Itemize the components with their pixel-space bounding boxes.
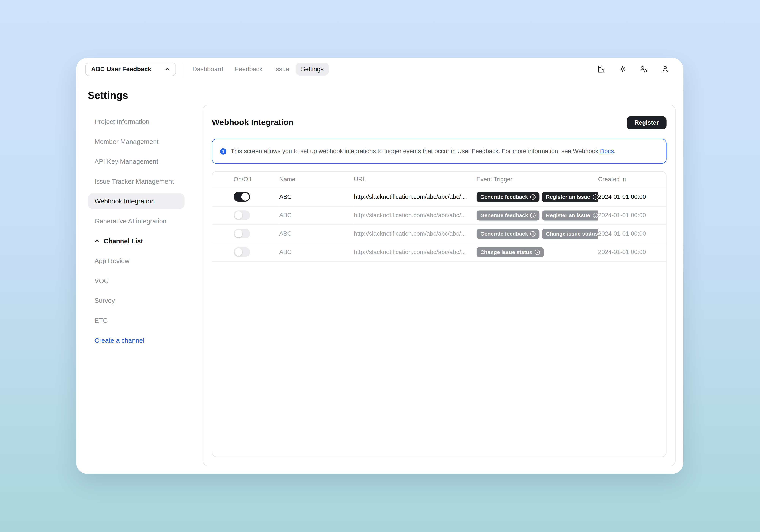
event-trigger-badge-label: Generate feedback (480, 231, 528, 237)
tab-issue[interactable]: Issue (269, 63, 294, 75)
sidebar-item-project-information[interactable]: Project Information (88, 114, 185, 129)
webhook-row: ABChttp://slacknotification.com/abc/abc/… (212, 243, 666, 261)
nav-tabs: DashboardFeedbackIssueSettings (188, 63, 328, 75)
event-trigger-badge-label: Generate feedback (480, 194, 528, 200)
tab-settings[interactable]: Settings (296, 63, 328, 75)
create-channel-link[interactable]: Create a channel (88, 332, 185, 348)
webhook-enabled-toggle[interactable] (234, 229, 250, 238)
toggle-knob (235, 248, 242, 256)
header-icon-group (597, 65, 674, 73)
created-cell: 2024-01-01 00:00 (598, 224, 666, 243)
created-cell: 2024-01-01 00:00 (598, 206, 666, 224)
sidebar-item-issue-tracker-management[interactable]: Issue Tracker Management (88, 173, 185, 189)
event-trigger-badge: Generate feedbacki (477, 192, 540, 202)
column-header-created[interactable]: Created↑↓ (598, 171, 666, 187)
sidebar-item-app-review[interactable]: App Review (88, 253, 185, 269)
column-header-event-trigger: Event Trigger (477, 171, 598, 187)
info-banner-text: This screen allows you to set up webhook… (231, 148, 615, 155)
divider (183, 62, 183, 76)
event-trigger-badge-label: Change issue status (480, 249, 532, 255)
docs-link[interactable]: Docs (600, 148, 614, 155)
panel-title: Webhook Integration (212, 118, 294, 127)
webhook-row: ABChttp://slacknotification.com/abc/abc/… (212, 187, 666, 206)
column-header-url: URL (354, 171, 476, 187)
event-trigger-badge: Generate feedbacki (477, 210, 540, 220)
sidebar-item-survey[interactable]: Survey (88, 293, 185, 308)
chevron-up-icon (94, 238, 99, 243)
on-off-cell (212, 206, 279, 224)
event-trigger-badge: Generate feedbacki (477, 228, 540, 239)
webhook-enabled-toggle[interactable] (234, 247, 250, 257)
sort-up-down-icon[interactable]: ↑↓ (622, 176, 626, 182)
info-icon: i (220, 148, 226, 154)
on-off-cell (212, 224, 279, 243)
event-trigger-badge: Register an issuei (542, 192, 598, 202)
office-building-icon[interactable] (597, 65, 605, 73)
language-icon[interactable] (640, 65, 648, 73)
event-trigger-badge: Change issue statusi (542, 228, 598, 239)
webhook-table-body: ABChttp://slacknotification.com/abc/abc/… (212, 187, 666, 261)
badge-info-icon[interactable]: i (535, 249, 540, 255)
sidebar-item-etc[interactable]: ETC (88, 313, 185, 328)
column-header-label: On/Off (234, 176, 251, 183)
created-cell: 2024-01-01 00:00 (598, 243, 666, 261)
desktop-background: ABC User Feedback DashboardFeedbackIssue… (0, 0, 760, 532)
url-cell: http://slacknotification.com/abc/abc/abc… (354, 224, 476, 243)
webhook-integration-panel: Webhook Integration Register i This scre… (203, 105, 676, 466)
project-selector-label: ABC User Feedback (91, 65, 151, 73)
webhook-enabled-toggle[interactable] (234, 192, 250, 202)
event-trigger-cell: Generate feedbackiRegister an issueiChan… (477, 187, 598, 206)
event-badge-list: Generate feedbackiRegister an issuei (477, 210, 598, 220)
event-trigger-badge-label: Generate feedback (480, 212, 528, 218)
event-trigger-badge-label: Change issue status (546, 231, 598, 237)
url-cell: http://slacknotification.com/abc/abc/abc… (354, 206, 476, 224)
badge-info-icon[interactable]: i (593, 213, 598, 218)
badge-info-icon[interactable]: i (531, 194, 536, 200)
badge-info-icon[interactable]: i (531, 231, 536, 236)
column-header-name: Name (279, 171, 354, 187)
sidebar-item-voc[interactable]: VOC (88, 273, 185, 288)
info-banner: i This screen allows you to set up webho… (212, 139, 667, 164)
event-badge-list: Change issue statusi (477, 247, 598, 257)
event-trigger-badge: Change issue statusi (477, 247, 544, 257)
toggle-knob (241, 193, 249, 201)
webhook-row: ABChttp://slacknotification.com/abc/abc/… (212, 224, 666, 243)
webhook-enabled-toggle[interactable] (234, 210, 250, 220)
toggle-knob (235, 211, 242, 219)
theme-sun-icon[interactable] (618, 65, 627, 73)
badge-info-icon[interactable]: i (593, 194, 598, 200)
on-off-cell (212, 187, 279, 206)
top-bar: ABC User Feedback DashboardFeedbackIssue… (76, 58, 684, 80)
sidebar-item-webhook-integration[interactable]: Webhook Integration (88, 193, 185, 209)
tab-dashboard[interactable]: Dashboard (188, 63, 228, 75)
event-badge-list: Generate feedbackiRegister an issueiChan… (477, 192, 598, 202)
toggle-knob (235, 230, 242, 237)
tab-feedback[interactable]: Feedback (230, 63, 267, 75)
settings-nav: Project InformationMember ManagementAPI … (88, 114, 185, 348)
sidebar-section-channel-list[interactable]: Channel List (88, 233, 185, 249)
name-cell: ABC (279, 243, 354, 261)
event-trigger-badge: Register an issuei (542, 210, 598, 220)
column-header-label: Created (598, 176, 620, 183)
project-selector[interactable]: ABC User Feedback (85, 62, 176, 76)
column-header-label: URL (354, 176, 366, 183)
event-trigger-cell: Generate feedbackiChange issue statusi (477, 224, 598, 243)
settings-page: Settings Project InformationMember Manag… (76, 80, 684, 474)
webhook-table: On/OffNameURLEvent TriggerCreated↑↓ ABCh… (212, 171, 667, 457)
created-cell: 2024-01-01 00:00 (598, 187, 666, 206)
name-cell: ABC (279, 206, 354, 224)
profile-icon[interactable] (661, 65, 669, 73)
name-cell: ABC (279, 187, 354, 206)
webhook-row: ABChttp://slacknotification.com/abc/abc/… (212, 206, 666, 224)
chevron-up-icon (165, 66, 170, 72)
sidebar-item-generative-ai-integration[interactable]: Generative AI integration (88, 213, 185, 229)
badge-info-icon[interactable]: i (531, 213, 536, 218)
on-off-cell (212, 243, 279, 261)
sidebar-item-member-management[interactable]: Member Management (88, 134, 185, 149)
app-window: ABC User Feedback DashboardFeedbackIssue… (76, 58, 684, 474)
register-button[interactable]: Register (627, 116, 666, 129)
sidebar-item-api-key-management[interactable]: API Key Management (88, 154, 185, 169)
page-title: Settings (88, 90, 676, 101)
event-trigger-cell: Generate feedbackiRegister an issuei (477, 206, 598, 224)
sidebar-section-label: Channel List (104, 237, 143, 245)
